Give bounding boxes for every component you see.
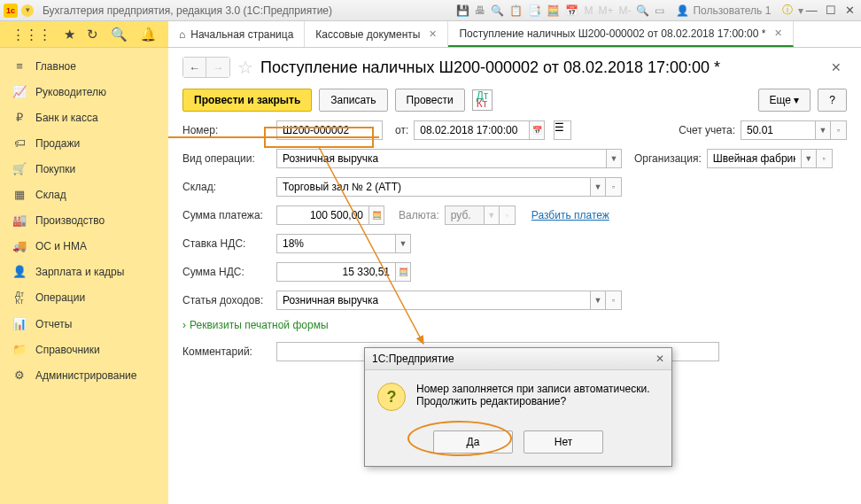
zoom-icon[interactable]: 🔍 — [636, 4, 649, 17]
post-button[interactable]: Провести — [395, 89, 465, 112]
menu-icon: ≡ — [12, 59, 27, 73]
org-input[interactable] — [707, 149, 801, 168]
print-icon[interactable]: 🖶 — [475, 4, 485, 17]
number-input[interactable] — [276, 120, 383, 140]
write-button[interactable]: Записать — [319, 89, 387, 112]
chevron-down-icon[interactable]: ▼ — [815, 120, 831, 140]
window-buttons: — ☐ ✕ — [803, 4, 857, 17]
app-logo: 1c — [4, 4, 18, 18]
history-icon[interactable]: ↻ — [87, 27, 98, 43]
sidebar-item-manager[interactable]: 📈Руководителю — [0, 79, 168, 105]
open-icon: ▫ — [500, 205, 516, 225]
app-title: Бухгалтерия предприятия, редакция 3.0 (1… — [43, 4, 456, 17]
back-button[interactable]: ← — [183, 58, 206, 77]
calc-icon[interactable]: 🧮 — [368, 205, 384, 225]
account-input[interactable] — [741, 120, 815, 140]
compare-icon[interactable]: 📑 — [528, 4, 541, 17]
open-icon[interactable]: ▫ — [606, 291, 622, 310]
payment-input[interactable] — [276, 205, 368, 225]
chevron-down-icon[interactable]: ▼ — [590, 291, 606, 310]
sidebar-item-bank[interactable]: ₽Банк и касса — [0, 105, 168, 130]
page-close-button[interactable]: ✕ — [826, 60, 847, 74]
currency-label: Валюта: — [399, 209, 439, 221]
button-row: Провести и закрыть Записать Провести ДтК… — [182, 89, 847, 112]
number-label: Номер: — [182, 124, 271, 136]
save-icon[interactable]: 💾 — [456, 4, 469, 17]
apps-icon[interactable]: ⋮⋮⋮ — [12, 27, 51, 43]
dialog-yes-button[interactable]: Да — [433, 430, 513, 454]
income-label: Статья доходов: — [182, 294, 271, 306]
open-icon[interactable]: ▫ — [817, 149, 833, 168]
open-icon[interactable]: ▫ — [831, 120, 847, 140]
dialog-close-icon[interactable]: ✕ — [655, 353, 664, 365]
tab-cash-receipt[interactable]: Поступление наличных Ш200-000002 от 08.0… — [448, 21, 794, 47]
warehouse-label: Склад: — [182, 181, 271, 193]
chevron-down-icon[interactable]: ▼ — [801, 149, 817, 168]
dialog-no-button[interactable]: Нет — [524, 430, 603, 454]
open-icon[interactable]: ▫ — [606, 177, 622, 197]
user-button[interactable]: 👤 Пользователь 1 — [670, 2, 777, 19]
chevron-down-icon[interactable]: ▼ — [395, 234, 411, 253]
chevron-down-icon[interactable]: ▼ — [606, 149, 622, 168]
m-icon[interactable]: M — [584, 4, 593, 17]
sidebar-item-salary[interactable]: 👤Зарплата и кадры — [0, 259, 168, 284]
sidebar-item-reports[interactable]: 📊Отчеты — [0, 311, 168, 337]
sidebar-item-operations[interactable]: ДтКтОперации — [0, 284, 168, 311]
sidebar-item-sales[interactable]: 🏷Продажи — [0, 130, 168, 156]
m-minus-icon[interactable]: M- — [618, 4, 631, 17]
split-payment-link[interactable]: Разбить платеж — [531, 209, 609, 221]
tag-icon: 🏷 — [12, 136, 27, 150]
sidebar-item-main[interactable]: ≡Главное — [0, 53, 168, 79]
ruble-icon: ₽ — [12, 111, 27, 124]
page-header: ← → ☆ Поступление наличных Ш200-000002 о… — [182, 57, 847, 78]
dialog-titlebar: 1С:Предприятие ✕ — [365, 348, 671, 370]
person-icon: 👤 — [12, 265, 27, 278]
favorite-icon[interactable]: ★ — [64, 27, 75, 43]
vat-sum-input[interactable] — [276, 262, 395, 282]
folder-icon: 📁 — [12, 343, 27, 356]
from-label: от: — [395, 124, 408, 136]
sidebar-item-warehouse[interactable]: ▦Склад — [0, 182, 168, 207]
toolrow: ⋮⋮⋮ ★ ↻ 🔍 🔔 ⌂ Начальная страница Кассовы… — [0, 21, 861, 48]
vat-rate-input[interactable] — [276, 234, 395, 253]
favorite-star-icon[interactable]: ☆ — [237, 57, 253, 78]
sidebar-item-purchases[interactable]: 🛒Покупки — [0, 156, 168, 182]
print-requisites-expand[interactable]: › Реквизиты печатной формы — [182, 319, 847, 331]
optype-input[interactable] — [276, 149, 606, 168]
calendar-icon[interactable]: 📅 — [565, 4, 578, 17]
dtkt-button[interactable]: ДтКт — [472, 89, 493, 111]
bell-icon[interactable]: 🔔 — [140, 27, 157, 43]
forward-button[interactable]: → — [206, 58, 229, 77]
window-icon[interactable]: ▭ — [655, 4, 664, 17]
tab-cash-docs[interactable]: Кассовые документы ✕ — [305, 21, 448, 47]
more-button[interactable]: Еще ▾ — [758, 89, 811, 112]
info-icon[interactable]: ⓘ — [782, 3, 793, 18]
close-button[interactable]: ✕ — [842, 4, 857, 17]
sidebar-item-assets[interactable]: 🚚ОС и НМА — [0, 233, 168, 259]
close-icon[interactable]: ✕ — [774, 27, 782, 39]
close-icon[interactable]: ✕ — [429, 28, 437, 40]
tab-home[interactable]: ⌂ Начальная страница — [168, 21, 305, 47]
minimize-button[interactable]: — — [803, 4, 819, 17]
help-button[interactable]: ? — [818, 89, 847, 112]
search-icon[interactable]: 🔍 — [111, 27, 128, 43]
sidebar-item-catalogs[interactable]: 📁Справочники — [0, 337, 168, 362]
income-input[interactable] — [276, 291, 590, 310]
post-and-close-button[interactable]: Провести и закрыть — [182, 89, 312, 112]
list-icon[interactable]: ☰ — [554, 120, 571, 140]
sidebar-item-admin[interactable]: ⚙Администрирование — [0, 362, 168, 388]
maximize-button[interactable]: ☐ — [823, 4, 839, 17]
chevron-down-icon[interactable]: ▼ — [590, 177, 606, 197]
m-plus-icon[interactable]: M+ — [598, 4, 613, 17]
app-menu-dropdown[interactable]: ▾ — [21, 4, 34, 17]
warehouse-input[interactable] — [276, 177, 590, 197]
calc-icon[interactable]: 🧮 — [395, 262, 411, 282]
calc-icon[interactable]: 🧮 — [547, 4, 560, 17]
sidebar-item-production[interactable]: 🏭Производство — [0, 207, 168, 233]
copy-icon[interactable]: 📋 — [509, 4, 523, 17]
preview-icon[interactable]: 🔍 — [491, 4, 504, 17]
chart-icon: 📈 — [12, 85, 27, 98]
date-input[interactable] — [414, 120, 529, 140]
calendar-icon[interactable]: 📅 — [529, 120, 545, 140]
tabs: ⌂ Начальная страница Кассовые документы … — [168, 21, 861, 47]
